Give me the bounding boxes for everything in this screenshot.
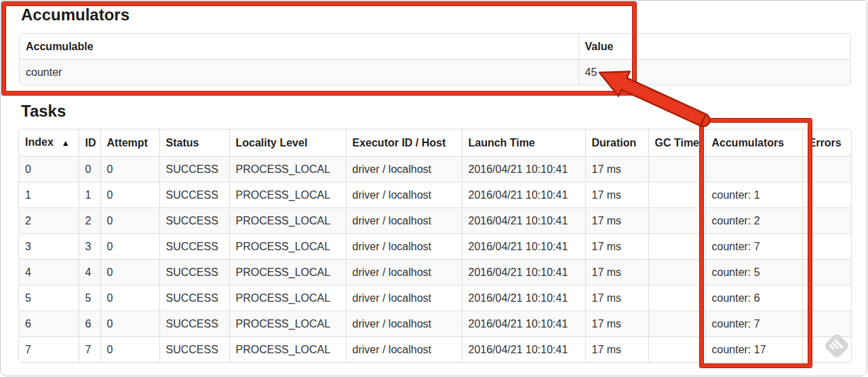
- cell-executor: driver / localhost: [346, 260, 462, 285]
- accumulators-table: Accumulable Value counter 45: [19, 33, 851, 85]
- cell-accumulators: counter: 17: [705, 337, 802, 363]
- cell-accumulators: counter: 2: [705, 208, 802, 234]
- cell-duration: 17 ms: [585, 208, 648, 234]
- cell-index: 0: [19, 157, 79, 182]
- tasks-header-row: Index▲ ID Attempt Status Locality Level …: [19, 130, 851, 157]
- cell-attempt: 0: [100, 285, 159, 311]
- col-header-attempt[interactable]: Attempt: [100, 130, 159, 157]
- cell-duration: 17 ms: [585, 157, 648, 182]
- cell-executor: driver / localhost: [346, 208, 462, 234]
- cell-executor: driver / localhost: [346, 157, 462, 182]
- cell-duration: 17 ms: [585, 234, 648, 260]
- table-row: 0 0 0 SUCCESS PROCESS_LOCAL driver / loc…: [19, 157, 851, 182]
- col-header-value[interactable]: Value: [578, 34, 850, 60]
- accumulators-section-title: Accumulators: [21, 6, 130, 24]
- col-header-status[interactable]: Status: [159, 130, 229, 157]
- cell-gc-time: [648, 208, 705, 234]
- table-row: 3 3 0 SUCCESS PROCESS_LOCAL driver / loc…: [19, 234, 851, 260]
- cell-launch-time: 2016/04/21 10:10:41: [462, 337, 585, 363]
- cell-attempt: 0: [100, 311, 159, 337]
- cell-duration: 17 ms: [585, 337, 648, 363]
- col-header-locality-level[interactable]: Locality Level: [229, 130, 346, 157]
- col-header-accumulators[interactable]: Accumulators: [705, 130, 802, 157]
- cell-locality: PROCESS_LOCAL: [229, 157, 346, 182]
- cell-accumulators: [705, 157, 802, 182]
- cell-id: 4: [79, 260, 100, 285]
- table-row: 6 6 0 SUCCESS PROCESS_LOCAL driver / loc…: [19, 311, 851, 337]
- col-header-executor-id-host[interactable]: Executor ID / Host: [346, 130, 462, 157]
- table-row: counter 45: [20, 60, 850, 85]
- cell-index: 4: [19, 260, 79, 285]
- tasks-section-title: Tasks: [21, 102, 66, 120]
- cell-gc-time: [648, 285, 705, 311]
- cell-id: 2: [79, 208, 100, 234]
- cell-id: 1: [79, 182, 100, 208]
- cell-id: 0: [79, 157, 100, 182]
- cell-executor: driver / localhost: [346, 311, 462, 337]
- cell-status: SUCCESS: [159, 285, 229, 311]
- table-row: 7 7 0 SUCCESS PROCESS_LOCAL driver / loc…: [19, 337, 851, 363]
- cell-errors: [802, 234, 851, 260]
- cell-attempt: 0: [100, 337, 159, 363]
- cell-duration: 17 ms: [585, 311, 648, 337]
- cell-executor: driver / localhost: [346, 182, 462, 208]
- cell-attempt: 0: [100, 182, 159, 208]
- cell-locality: PROCESS_LOCAL: [229, 285, 346, 311]
- cell-errors: [802, 311, 851, 337]
- cell-errors: [802, 208, 851, 234]
- cell-index: 2: [19, 208, 79, 234]
- cell-gc-time: [648, 260, 705, 285]
- cell-index: 5: [19, 285, 79, 311]
- cell-errors: [802, 337, 851, 363]
- table-row: 1 1 0 SUCCESS PROCESS_LOCAL driver / loc…: [19, 182, 851, 208]
- spark-stage-page: Accumulators Accumulable Value counter 4…: [0, 0, 867, 376]
- col-header-launch-time[interactable]: Launch Time: [462, 130, 585, 157]
- table-row: 2 2 0 SUCCESS PROCESS_LOCAL driver / loc…: [19, 208, 851, 234]
- cell-locality: PROCESS_LOCAL: [229, 337, 346, 363]
- cell-executor: driver / localhost: [346, 234, 462, 260]
- cell-accumulators: counter: 1: [705, 182, 802, 208]
- cell-gc-time: [648, 311, 705, 337]
- cell-attempt: 0: [100, 234, 159, 260]
- cell-locality: PROCESS_LOCAL: [229, 260, 346, 285]
- col-header-accumulable[interactable]: Accumulable: [20, 34, 578, 60]
- cell-index: 3: [19, 234, 79, 260]
- cell-accumulators: counter: 6: [705, 285, 802, 311]
- cell-errors: [802, 260, 851, 285]
- col-header-index[interactable]: Index▲: [19, 130, 79, 157]
- accumulators-header-row: Accumulable Value: [20, 34, 850, 60]
- col-header-gc-time[interactable]: GC Time: [648, 130, 705, 157]
- cell-launch-time: 2016/04/21 10:10:41: [462, 182, 585, 208]
- cell-status: SUCCESS: [159, 311, 229, 337]
- cell-launch-time: 2016/04/21 10:10:41: [462, 285, 585, 311]
- cell-errors: [802, 285, 851, 311]
- cell-status: SUCCESS: [159, 260, 229, 285]
- cell-locality: PROCESS_LOCAL: [229, 208, 346, 234]
- cell-executor: driver / localhost: [346, 337, 462, 363]
- cell-gc-time: [648, 157, 705, 182]
- table-row: 5 5 0 SUCCESS PROCESS_LOCAL driver / loc…: [19, 285, 851, 311]
- cell-accumulators: counter: 7: [705, 234, 802, 260]
- col-header-errors[interactable]: Errors: [802, 130, 851, 157]
- cell-id: 7: [79, 337, 100, 363]
- cell-gc-time: [648, 337, 705, 363]
- cell-status: SUCCESS: [159, 208, 229, 234]
- cell-status: SUCCESS: [159, 182, 229, 208]
- cell-status: SUCCESS: [159, 234, 229, 260]
- cell-id: 5: [79, 285, 100, 311]
- cell-attempt: 0: [100, 157, 159, 182]
- cell-id: 3: [79, 234, 100, 260]
- col-header-id[interactable]: ID: [79, 130, 100, 157]
- cell-launch-time: 2016/04/21 10:10:41: [462, 311, 585, 337]
- cell-id: 6: [79, 311, 100, 337]
- cell-errors: [802, 182, 851, 208]
- cell-gc-time: [648, 182, 705, 208]
- cell-executor: driver / localhost: [346, 285, 462, 311]
- cell-locality: PROCESS_LOCAL: [229, 234, 346, 260]
- cell-locality: PROCESS_LOCAL: [229, 182, 346, 208]
- cell-launch-time: 2016/04/21 10:10:41: [462, 157, 585, 182]
- cell-accumulators: counter: 7: [705, 311, 802, 337]
- cell-index: 6: [19, 311, 79, 337]
- cell-gc-time: [648, 234, 705, 260]
- col-header-duration[interactable]: Duration: [585, 130, 648, 157]
